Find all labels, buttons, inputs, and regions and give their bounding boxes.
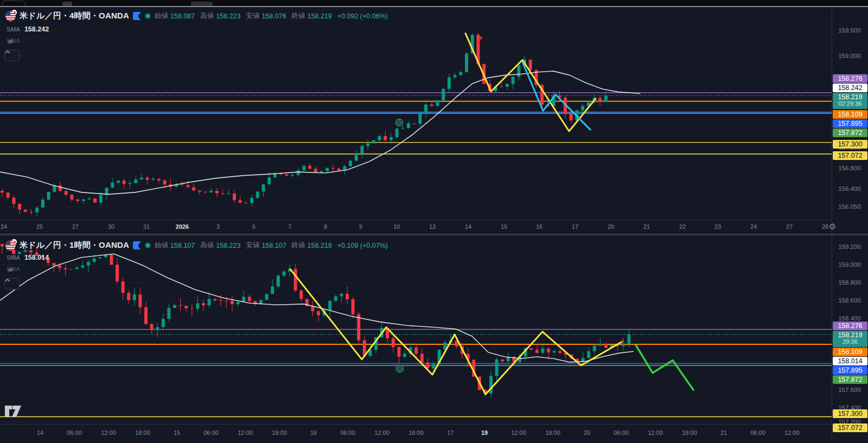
sma-hidden-row[interactable]: SMA <box>7 266 24 272</box>
chart-panel-1h[interactable] <box>0 244 832 437</box>
candle-body <box>58 266 61 268</box>
candle-body <box>208 299 211 305</box>
sma-indicator-row[interactable]: SMA 158.014 <box>7 254 49 261</box>
candle-body <box>328 301 331 310</box>
candle-body <box>140 178 143 179</box>
sma-hidden-row[interactable]: SMA <box>7 37 24 44</box>
open-value: 158.087 <box>170 12 195 20</box>
price-tick-label: 159.000 <box>838 53 861 59</box>
candle-body <box>352 299 355 314</box>
price-badge: 157.300 <box>833 140 867 149</box>
time-tick-label: 30 <box>108 223 114 230</box>
candle-body <box>198 190 201 191</box>
candle-body <box>397 347 400 357</box>
candle-body <box>299 291 303 299</box>
candle-body <box>162 319 165 327</box>
candle-body <box>202 303 205 305</box>
change-value: +0.109 (+0.07%) <box>337 242 388 249</box>
yellow-zigzag[interactable] <box>290 269 622 394</box>
candle-body <box>529 60 532 70</box>
market-open-dot[interactable] <box>145 13 151 19</box>
candle-body <box>190 309 194 309</box>
candle-body <box>133 294 136 300</box>
price-badge: 158.276 <box>833 74 867 83</box>
time-tick-label: 21 <box>720 429 727 436</box>
time-tick-label: 12:00 <box>238 429 253 436</box>
candle-body <box>593 346 596 351</box>
time-tick-label: 12:00 <box>511 429 526 436</box>
market-open-dot[interactable] <box>145 242 151 248</box>
high-value: 158.223 <box>216 242 240 249</box>
time-tick-label: 8 <box>324 223 327 230</box>
time-tick-label: 06:00 <box>614 429 629 436</box>
candle-body <box>465 53 468 72</box>
price-scale-settings-icon[interactable]: ⚙ <box>829 222 836 232</box>
symbol-title[interactable]: 米ドル／円・4時間・OANDA <box>20 11 129 21</box>
usdjpy-pair-icon[interactable] <box>5 240 16 251</box>
sma-value: 158.242 <box>24 25 49 33</box>
price-tick-label: 156.400 <box>838 185 861 192</box>
candle-body <box>75 267 79 269</box>
idea-marker[interactable] <box>397 365 404 373</box>
candle-body <box>302 166 305 171</box>
candle-body <box>541 349 544 353</box>
broker-logo-icon[interactable] <box>133 12 141 20</box>
panel-divider[interactable] <box>0 234 868 235</box>
candle-body <box>420 354 424 362</box>
candle-body <box>448 78 451 89</box>
time-tick-label: 18:00 <box>135 429 150 436</box>
candle-body <box>1 244 4 246</box>
candle-body <box>209 191 213 192</box>
high-value: 158.223 <box>216 12 240 20</box>
price-badge: 157.300 <box>833 409 867 418</box>
price-tick-label: 158.600 <box>838 297 861 304</box>
candle-body <box>277 275 280 286</box>
time-tick-label: 16 <box>536 223 542 230</box>
candle-body <box>553 351 556 352</box>
candle-body <box>69 269 73 269</box>
price-badge: 158.276 <box>833 322 867 330</box>
sma-indicator-row[interactable]: SMA 158.242 <box>7 25 49 33</box>
green-projection[interactable] <box>636 345 693 390</box>
candle-body <box>204 192 207 192</box>
time-tick-label: 15 <box>174 429 180 436</box>
price-chart-canvas[interactable]: 159.500159.000157.200156.800156.400156.0… <box>0 0 868 443</box>
candle-body <box>501 359 504 361</box>
time-tick-label: 24 <box>750 223 757 230</box>
usdjpy-pair-icon[interactable] <box>5 11 16 21</box>
broker-logo-icon[interactable] <box>133 241 141 249</box>
time-tick-label: 16 <box>310 429 317 436</box>
time-tick-label: 22 <box>679 223 686 230</box>
candle-body <box>418 113 422 124</box>
candle-body <box>138 294 142 307</box>
candle-body <box>291 175 294 176</box>
price-tick-label: 159.200 <box>838 243 861 250</box>
candle-body <box>340 294 343 297</box>
time-tick-label: 27 <box>786 223 793 230</box>
symbol-title[interactable]: 米ドル／円・1時間・OANDA <box>20 240 129 251</box>
time-tick-label: 12:00 <box>374 429 390 436</box>
candle-body <box>128 183 131 184</box>
candle-body <box>225 300 228 301</box>
candle-body <box>227 194 230 194</box>
candle-body <box>517 65 520 76</box>
candle-body <box>231 301 234 304</box>
chart-panel-4h[interactable] <box>0 30 832 216</box>
candle-body <box>495 359 499 376</box>
candle-body <box>604 95 608 102</box>
candle-body <box>403 354 406 357</box>
time-axis-border <box>0 424 832 425</box>
candle-body <box>146 178 149 180</box>
candle-body <box>41 200 44 208</box>
time-tick-label: 2026 <box>176 223 189 230</box>
time-tick-label: 12:00 <box>648 429 663 436</box>
candle-body <box>88 198 91 200</box>
collapse-panel-button[interactable] <box>4 278 20 290</box>
price-tick-label: 156.050 <box>838 203 861 210</box>
candle-body <box>156 327 159 330</box>
price-badge: 158.109 <box>833 348 867 356</box>
low-value: 158.076 <box>261 12 286 20</box>
low-label: 安値 <box>246 11 259 21</box>
idea-marker[interactable] <box>396 119 403 126</box>
collapse-panel-button[interactable] <box>4 50 20 61</box>
